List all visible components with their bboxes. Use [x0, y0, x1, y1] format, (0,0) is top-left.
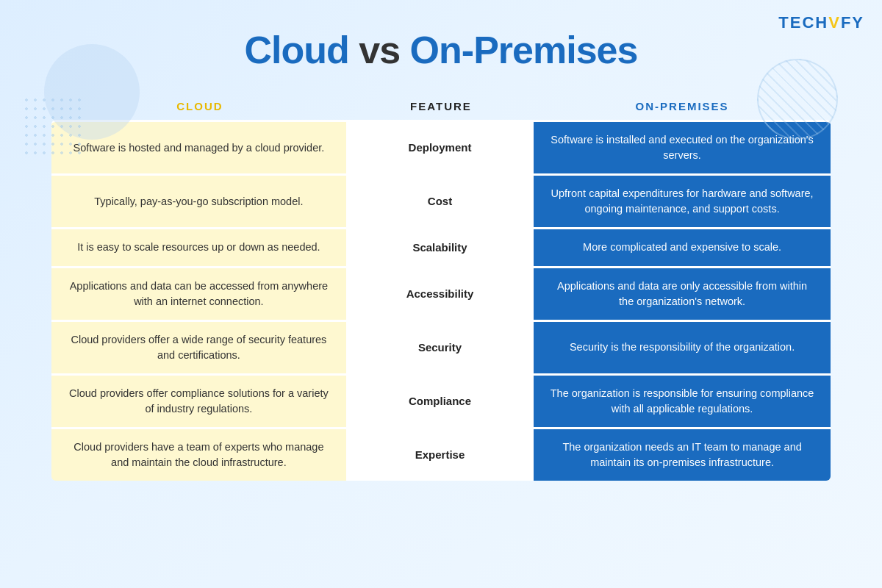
page-title: Cloud vs On-Premises [0, 0, 882, 72]
onprem-cell-4: Security is the responsibility of the or… [534, 320, 831, 373]
cloud-cell-2: It is easy to scale resources up or down… [51, 227, 348, 266]
cloud-cell-3: Applications and data can be accessed fr… [51, 266, 348, 320]
logo: TECHVFY [778, 13, 864, 32]
feature-cell-4: Security [348, 320, 534, 373]
header-feature: Feature [348, 93, 534, 120]
table-row: Cloud providers have a team of experts w… [51, 427, 831, 481]
bg-dots-bottom-left [22, 96, 81, 154]
cloud-cell-5: Cloud providers offer compliance solutio… [51, 373, 348, 427]
logo-text-before: TECH [778, 13, 828, 32]
table-row: Software is hosted and managed by a clou… [51, 120, 831, 173]
feature-cell-3: Accessibility [348, 266, 534, 320]
onprem-cell-5: The organization is responsible for ensu… [534, 373, 831, 427]
comparison-table-container: Cloud Feature On-Premises Software is ho… [51, 93, 831, 481]
table-row: Cloud providers offer compliance solutio… [51, 373, 831, 427]
cloud-cell-4: Cloud providers offer a wide range of se… [51, 320, 348, 373]
table-row: Cloud providers offer a wide range of se… [51, 320, 831, 373]
onprem-cell-3: Applications and data are only accessibl… [534, 266, 831, 320]
bg-circle-top-right [757, 59, 838, 140]
comparison-table: Cloud Feature On-Premises Software is ho… [51, 93, 831, 481]
feature-cell-1: Cost [348, 173, 534, 227]
table-row: Applications and data can be accessed fr… [51, 266, 831, 320]
cloud-cell-6: Cloud providers have a team of experts w… [51, 427, 348, 481]
cloud-cell-1: Typically, pay-as-you-go subscription mo… [51, 173, 348, 227]
logo-accent: V [828, 13, 841, 32]
feature-cell-0: Deployment [348, 120, 534, 173]
title-part2: On-Premises [400, 29, 637, 71]
onprem-cell-6: The organization needs an IT team to man… [534, 427, 831, 481]
onprem-cell-1: Upfront capital expenditures for hardwar… [534, 173, 831, 227]
onprem-cell-2: More complicated and expensive to scale. [534, 227, 831, 266]
feature-cell-6: Expertise [348, 427, 534, 481]
feature-cell-2: Scalability [348, 227, 534, 266]
logo-text-after: FY [841, 13, 864, 32]
title-part1: Cloud [245, 29, 359, 71]
table-row: Typically, pay-as-you-go subscription mo… [51, 173, 831, 227]
feature-cell-5: Compliance [348, 373, 534, 427]
title-vs: vs [359, 29, 400, 71]
table-row: It is easy to scale resources up or down… [51, 227, 831, 266]
